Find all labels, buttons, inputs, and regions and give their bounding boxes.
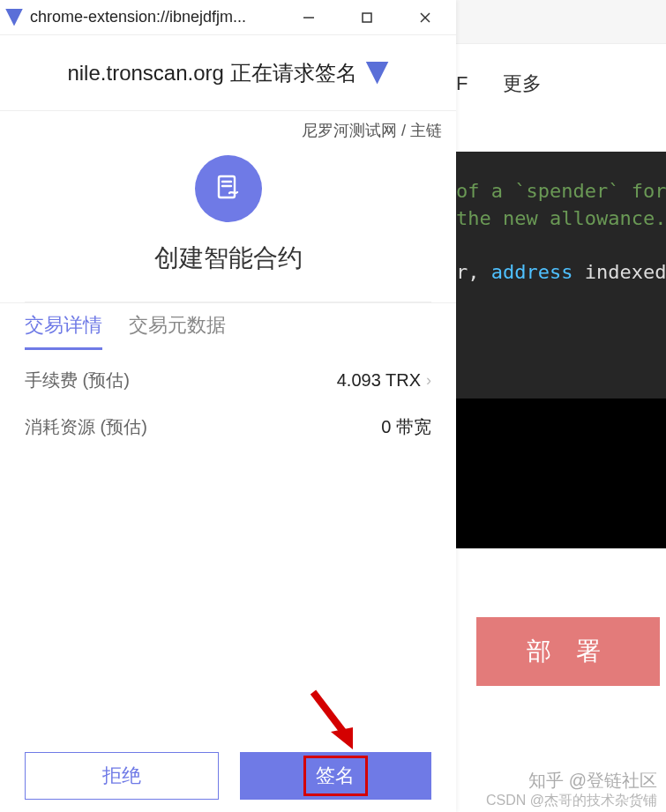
bg-nav-item[interactable]: F bbox=[456, 72, 468, 95]
resource-label: 消耗资源 (预估) bbox=[25, 415, 147, 439]
maximize-button[interactable] bbox=[338, 0, 396, 35]
tronlink-logo-icon bbox=[366, 62, 389, 85]
details-list: 手续费 (预估) 4.093 TRX › 消耗资源 (预估) 0 带宽 bbox=[0, 347, 456, 439]
window-url: chrome-extension://ibnejdfjm... bbox=[30, 8, 280, 26]
reject-button[interactable]: 拒绝 bbox=[25, 752, 219, 800]
deploy-button[interactable]: 部 署 bbox=[476, 617, 660, 686]
fee-row[interactable]: 手续费 (预估) 4.093 TRX › bbox=[25, 369, 431, 392]
bg-nav: F 更多 bbox=[456, 62, 666, 106]
sign-button[interactable]: 签名 bbox=[240, 752, 432, 800]
minimize-button[interactable] bbox=[280, 0, 338, 35]
extension-popup: chrome-extension://ibnejdfjm... nile.tro… bbox=[0, 0, 456, 812]
contract-icon bbox=[195, 155, 262, 222]
tronlink-icon bbox=[5, 9, 23, 26]
tabs: 交易详情 交易元数据 bbox=[0, 302, 456, 347]
sign-button-label: 签名 bbox=[316, 763, 355, 789]
action-block: 创建智能合约 bbox=[0, 146, 456, 302]
watermark-csdn: CSDN @杰哥的技术杂货铺 bbox=[486, 792, 657, 810]
bg-console bbox=[456, 399, 666, 548]
resource-value: 0 带宽 bbox=[381, 415, 431, 439]
bg-topbar bbox=[456, 0, 666, 44]
window-controls bbox=[280, 0, 456, 35]
network-row: 尼罗河测试网 / 主链 bbox=[0, 111, 456, 146]
watermark-zhihu: 知乎 @登链社区 bbox=[528, 769, 657, 793]
resource-row: 消耗资源 (预估) 0 带宽 bbox=[25, 415, 431, 439]
window-titlebar: chrome-extension://ibnejdfjm... bbox=[0, 0, 456, 35]
chevron-right-icon: › bbox=[426, 371, 431, 390]
bg-nav-item[interactable]: 更多 bbox=[503, 71, 542, 97]
network-label: 尼罗河测试网 / 主链 bbox=[302, 120, 442, 141]
request-header: nile.tronscan.org 正在请求签名 bbox=[0, 35, 456, 111]
footer-actions: 拒绝 签名 bbox=[0, 752, 456, 812]
action-title: 创建智能合约 bbox=[154, 242, 303, 275]
svg-rect-1 bbox=[363, 13, 371, 22]
fee-value: 4.093 TRX › bbox=[337, 370, 431, 391]
tab-metadata[interactable]: 交易元数据 bbox=[129, 312, 226, 347]
bg-code-block: of a `spender` for an the new allowance.… bbox=[456, 152, 666, 399]
request-origin-text: nile.tronscan.org 正在请求签名 bbox=[67, 59, 356, 87]
fee-label: 手续费 (预估) bbox=[25, 369, 130, 392]
tab-details[interactable]: 交易详情 bbox=[25, 312, 102, 347]
close-button[interactable] bbox=[396, 0, 454, 35]
